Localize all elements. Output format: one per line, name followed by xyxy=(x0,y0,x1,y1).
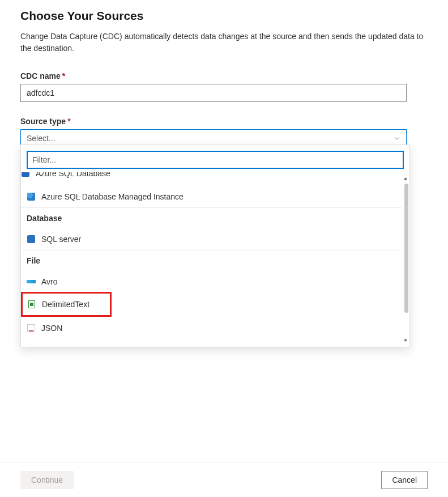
delimited-text-icon xyxy=(27,300,36,309)
choose-sources-panel: Choose Your Sources Change Data Capture … xyxy=(0,0,448,462)
required-asterisk: * xyxy=(67,117,70,126)
option-orc[interactable]: ORC xyxy=(21,339,402,347)
orc-icon xyxy=(27,346,36,347)
option-azure-sql-mi[interactable]: Azure SQL Database Managed Instance xyxy=(21,185,402,207)
source-type-label-text: Source type xyxy=(20,117,66,126)
option-sql-server[interactable]: SQL server xyxy=(21,227,402,250)
cdc-name-field: CDC name* xyxy=(20,71,428,102)
json-icon xyxy=(27,324,36,333)
cdc-name-label: CDC name* xyxy=(20,71,428,80)
cancel-button[interactable]: Cancel xyxy=(381,471,428,489)
option-label: JSON xyxy=(41,324,62,333)
sql-server-icon xyxy=(27,235,36,244)
cdc-name-input[interactable] xyxy=(20,84,407,102)
source-type-label: Source type* xyxy=(20,117,428,126)
scroll-up-arrow-icon[interactable] xyxy=(403,176,408,181)
source-type-dropdown: Azure SQL Database Azure SQL Database Ma… xyxy=(20,145,410,347)
page-description: Change Data Capture (CDC) automatically … xyxy=(20,31,428,54)
footer: Continue Cancel xyxy=(0,462,448,497)
source-type-field: Source type* Select... xyxy=(20,117,428,147)
option-delimitedtext[interactable]: DelimitedText xyxy=(21,292,112,317)
group-header-database: Database xyxy=(21,208,402,227)
azure-sql-icon xyxy=(21,172,30,178)
option-json[interactable]: JSON xyxy=(21,316,402,339)
required-asterisk: * xyxy=(62,71,65,80)
scroll-thumb[interactable] xyxy=(404,184,408,313)
option-label: ORC xyxy=(41,346,59,347)
option-label: Avro xyxy=(41,277,58,286)
cdc-name-label-text: CDC name xyxy=(20,71,61,80)
continue-button: Continue xyxy=(20,471,74,489)
select-placeholder: Select... xyxy=(27,134,56,143)
option-azure-sql-database[interactable]: Azure SQL Database xyxy=(21,172,402,185)
option-label: DelimitedText xyxy=(42,300,89,309)
option-label: Azure SQL Database Managed Instance xyxy=(41,192,184,201)
scrollbar[interactable] xyxy=(403,176,408,343)
scroll-down-arrow-icon[interactable] xyxy=(403,338,408,343)
page-title: Choose Your Sources xyxy=(20,9,428,23)
chevron-down-icon xyxy=(394,135,400,142)
azure-sql-mi-icon xyxy=(27,192,36,201)
avro-icon xyxy=(27,277,36,286)
option-label: Azure SQL Database xyxy=(36,172,110,178)
group-header-file: File xyxy=(21,250,402,270)
option-label: SQL server xyxy=(41,235,81,244)
source-type-filter-input[interactable] xyxy=(27,151,404,169)
option-avro[interactable]: Avro xyxy=(21,270,402,292)
source-type-options-list[interactable]: Azure SQL Database Azure SQL Database Ma… xyxy=(21,172,409,347)
